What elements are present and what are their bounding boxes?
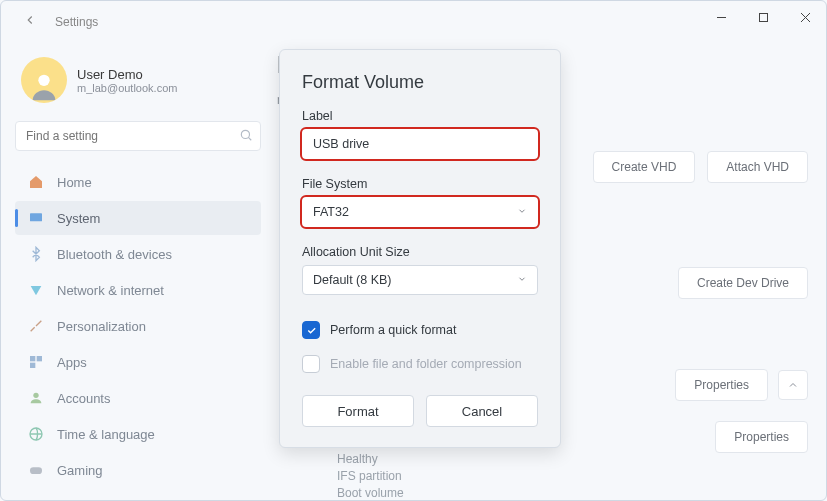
avatar (21, 57, 67, 103)
sidebar-item-label: Apps (57, 355, 87, 370)
compression-label: Enable file and folder compression (330, 357, 522, 371)
expand-button[interactable] (778, 370, 808, 400)
fs-label: File System (302, 177, 538, 191)
network-icon (27, 281, 45, 299)
sidebar-item-label: Time & language (57, 427, 155, 442)
chevron-down-icon (517, 273, 527, 287)
quick-format-checkbox[interactable] (302, 321, 320, 339)
bluetooth-icon (27, 245, 45, 263)
volume-label-input[interactable] (302, 129, 538, 159)
disk-info: Healthy IFS partition Boot volume (337, 451, 404, 501)
cancel-button[interactable]: Cancel (426, 395, 538, 427)
sidebar-item-home[interactable]: Home (15, 165, 261, 199)
attach-vhd-button[interactable]: Attach VHD (707, 151, 808, 183)
sidebar-item-apps[interactable]: Apps (15, 345, 261, 379)
allocation-size-select[interactable]: Default (8 KB) (302, 265, 538, 295)
format-volume-dialog: Format Volume Label File System FAT32 Al… (279, 49, 561, 448)
person-icon (27, 389, 45, 407)
svg-rect-9 (37, 356, 42, 361)
svg-rect-8 (30, 356, 35, 361)
sidebar-item-accounts[interactable]: Accounts (15, 381, 261, 415)
svg-rect-10 (30, 363, 35, 368)
search-icon (239, 128, 253, 146)
dialog-title: Format Volume (302, 72, 538, 93)
home-icon (27, 173, 45, 191)
file-system-select[interactable]: FAT32 (302, 197, 538, 227)
sidebar-item-gaming[interactable]: Gaming (15, 453, 261, 487)
back-icon[interactable] (23, 13, 37, 31)
compression-checkbox[interactable] (302, 355, 320, 373)
svg-point-11 (33, 393, 38, 398)
svg-point-4 (38, 75, 49, 86)
label-label: Label (302, 109, 538, 123)
sidebar-item-bluetooth[interactable]: Bluetooth & devices (15, 237, 261, 271)
properties-button-1[interactable]: Properties (675, 369, 768, 401)
close-button[interactable] (784, 1, 826, 33)
quick-format-label: Perform a quick format (330, 323, 456, 337)
sidebar-item-time[interactable]: Time & language (15, 417, 261, 451)
sidebar-item-label: Network & internet (57, 283, 164, 298)
chevron-down-icon (517, 205, 527, 219)
sidebar-item-label: Home (57, 175, 92, 190)
properties-button-2[interactable]: Properties (715, 421, 808, 453)
app-name: Settings (55, 15, 98, 29)
sidebar-item-label: Personalization (57, 319, 146, 334)
system-icon (27, 209, 45, 227)
apps-icon (27, 353, 45, 371)
create-dev-drive-button[interactable]: Create Dev Drive (678, 267, 808, 299)
sidebar-item-label: Accounts (57, 391, 110, 406)
alloc-label: Allocation Unit Size (302, 245, 538, 259)
create-vhd-button[interactable]: Create VHD (593, 151, 696, 183)
svg-point-5 (241, 130, 249, 138)
gaming-icon (27, 461, 45, 479)
brush-icon (27, 317, 45, 335)
user-email: m_lab@outlook.com (77, 82, 177, 94)
user-block[interactable]: User Demo m_lab@outlook.com (15, 49, 261, 121)
svg-line-6 (248, 137, 251, 140)
sidebar-item-label: System (57, 211, 100, 226)
svg-rect-7 (30, 213, 42, 221)
globe-icon (27, 425, 45, 443)
user-name: User Demo (77, 67, 177, 82)
sidebar-item-network[interactable]: Network & internet (15, 273, 261, 307)
maximize-button[interactable] (742, 1, 784, 33)
svg-rect-1 (759, 13, 767, 21)
sidebar-item-personalization[interactable]: Personalization (15, 309, 261, 343)
svg-rect-13 (30, 467, 42, 474)
format-button[interactable]: Format (302, 395, 414, 427)
search-input[interactable] (15, 121, 261, 151)
minimize-button[interactable] (700, 1, 742, 33)
sidebar-item-label: Gaming (57, 463, 103, 478)
sidebar-item-system[interactable]: System (15, 201, 261, 235)
sidebar-item-label: Bluetooth & devices (57, 247, 172, 262)
